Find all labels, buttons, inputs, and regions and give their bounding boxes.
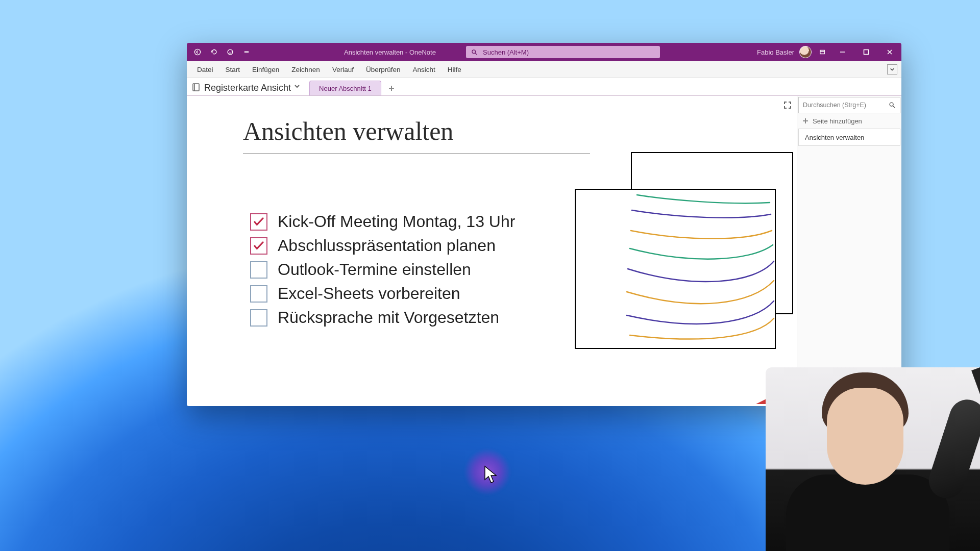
search-icon — [471, 49, 478, 56]
svg-rect-7 — [193, 84, 199, 91]
back-icon[interactable] — [192, 46, 203, 58]
section-tab[interactable]: Neuer Abschnitt 1 — [309, 81, 381, 95]
todo-label[interactable]: Outlook-Termine einstellen — [278, 260, 471, 279]
todo-item: Outlook-Termine einstellen — [250, 260, 515, 279]
page-list-item-label: Ansichten verwalten — [805, 134, 864, 141]
ribbon-tab-einfuegen[interactable]: Einfügen — [246, 61, 285, 78]
close-button[interactable] — [878, 43, 901, 61]
titlebar: Ansichten verwalten - OneNote Suchen (Al… — [187, 43, 901, 61]
quick-access-toolbar — [187, 46, 257, 58]
ribbon-tab-zeichnen[interactable]: Zeichnen — [285, 61, 326, 78]
window-controls — [831, 43, 901, 61]
ribbon-tab-verlauf[interactable]: Verlauf — [326, 61, 360, 78]
todo-list: Kick-Off Meeting Montag, 13 Uhr Abschlus… — [250, 212, 515, 332]
notebook-dropdown-icon[interactable] — [294, 82, 300, 91]
todo-checkbox[interactable] — [250, 237, 267, 255]
plus-icon — [802, 118, 808, 124]
ribbon-tabs: Datei Start Einfügen Zeichnen Verlauf Üb… — [187, 61, 901, 78]
svg-point-0 — [194, 49, 200, 55]
undo-icon[interactable] — [208, 46, 219, 58]
maximize-button[interactable] — [854, 43, 878, 61]
desktop-wallpaper: Ansichten verwalten - OneNote Suchen (Al… — [0, 0, 980, 551]
todo-item: Kick-Off Meeting Montag, 13 Uhr — [250, 212, 515, 231]
window-title: Ansichten verwalten - OneNote — [344, 48, 436, 56]
presenter-body — [786, 474, 949, 551]
add-page-button[interactable]: Seite hinzufügen — [797, 113, 901, 129]
svg-point-1 — [228, 49, 233, 55]
svg-point-3 — [231, 51, 232, 52]
titlebar-search[interactable]: Suchen (Alt+M) — [466, 46, 660, 58]
page-search-input[interactable]: Durchsuchen (Strg+E) — [798, 97, 900, 113]
presenter-head — [827, 388, 903, 485]
todo-checkbox[interactable] — [250, 285, 267, 303]
customize-qat-icon[interactable] — [241, 46, 252, 58]
page-search-placeholder: Durchsuchen (Strg+E) — [803, 102, 866, 109]
fullscreen-icon[interactable] — [783, 101, 792, 111]
ribbon-display-options-icon[interactable] — [817, 46, 828, 58]
ribbon-tab-ueberpruefen[interactable]: Überprüfen — [360, 61, 407, 78]
webcam-overlay — [766, 367, 980, 551]
user-account[interactable]: Fabio Basler — [757, 46, 812, 58]
notebook-name[interactable]: Registerkarte Ansicht — [204, 83, 291, 93]
todo-item: Abschlusspräsentation planen — [250, 236, 515, 255]
ribbon-tab-datei[interactable]: Datei — [191, 61, 219, 78]
sync-icon[interactable] — [225, 46, 236, 58]
minimize-button[interactable] — [831, 43, 854, 61]
ribbon-tab-start[interactable]: Start — [219, 61, 247, 78]
collapse-ribbon-icon[interactable] — [887, 64, 897, 74]
todo-label[interactable]: Rücksprache mit Vorgesetzten — [278, 308, 499, 327]
add-section-button[interactable] — [384, 82, 399, 94]
page-canvas[interactable]: Ansichten verwalten Kick-Off Meeting Mon… — [187, 96, 797, 406]
search-icon — [889, 102, 896, 109]
page-title[interactable]: Ansichten verwalten — [243, 116, 590, 154]
page-list-item[interactable]: Ansichten verwalten — [798, 129, 900, 146]
microphone-icon — [924, 395, 980, 503]
section-tab-label: Neuer Abschnitt 1 — [319, 85, 372, 92]
notebook-icon[interactable] — [191, 82, 201, 92]
todo-label[interactable]: Kick-Off Meeting Montag, 13 Uhr — [278, 212, 515, 231]
svg-point-4 — [472, 49, 476, 53]
avatar — [799, 46, 812, 58]
user-name: Fabio Basler — [757, 48, 794, 56]
svg-point-2 — [229, 51, 229, 52]
todo-checkbox[interactable] — [250, 213, 267, 231]
onenote-window: Ansichten verwalten - OneNote Suchen (Al… — [187, 43, 901, 406]
page-list-pane: Durchsuchen (Strg+E) Seite hinzufügen An… — [797, 96, 901, 406]
todo-label[interactable]: Excel-Sheets vorbereiten — [278, 284, 460, 303]
ribbon-tab-hilfe[interactable]: Hilfe — [442, 61, 468, 78]
ribbon-tab-ansicht[interactable]: Ansicht — [406, 61, 441, 78]
todo-label[interactable]: Abschlusspräsentation planen — [278, 236, 496, 255]
content-area: Ansichten verwalten Kick-Off Meeting Mon… — [187, 96, 901, 406]
svg-rect-6 — [864, 50, 869, 55]
ink-drawing-rect-front[interactable] — [575, 189, 776, 349]
add-page-label: Seite hinzufügen — [813, 117, 862, 125]
todo-checkbox[interactable] — [250, 309, 267, 327]
notebook-bar: Registerkarte Ansicht Neuer Abschnitt 1 — [187, 78, 901, 96]
svg-point-10 — [890, 103, 893, 106]
search-placeholder: Suchen (Alt+M) — [483, 48, 529, 56]
ink-strokes — [576, 190, 775, 348]
todo-item: Excel-Sheets vorbereiten — [250, 284, 515, 303]
todo-checkbox[interactable] — [250, 261, 267, 279]
todo-item: Rücksprache mit Vorgesetzten — [250, 308, 515, 327]
